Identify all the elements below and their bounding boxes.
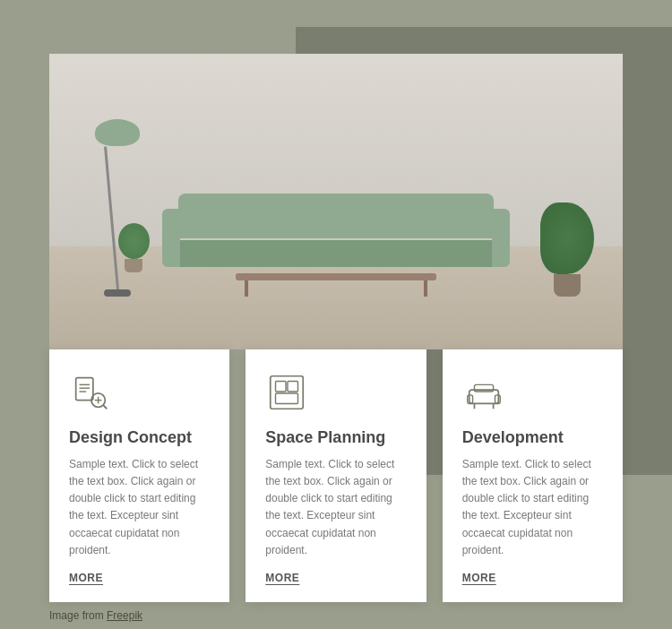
card-1-title: Design Concept [69,428,210,447]
card-1-text: Sample text. Click to select the text bo… [69,456,210,559]
card-1-more[interactable]: MORE [69,572,210,584]
design-icon [69,371,114,416]
cards-section: Design Concept Sample text. Click to sel… [49,349,623,602]
page-wrapper: Design Concept Sample text. Click to sel… [0,0,672,629]
svg-rect-9 [276,381,287,392]
card-development: Development Sample text. Click to select… [443,349,623,602]
card-2-title: Space Planning [265,428,406,447]
svg-rect-0 [76,378,93,401]
plant-small [118,223,150,272]
card-2-text: Sample text. Click to select the text bo… [265,456,406,559]
card-2-more[interactable]: MORE [265,572,406,584]
svg-rect-11 [276,393,298,404]
card-3-title: Development [462,428,603,447]
credit-prefix: Image from [49,609,107,622]
card-design-concept: Design Concept Sample text. Click to sel… [49,349,229,602]
sofa [178,194,494,267]
svg-rect-10 [288,381,298,392]
planning-icon [265,371,310,416]
card-3-more[interactable]: MORE [462,572,603,584]
hero-image [49,54,623,349]
card-space-planning: Space Planning Sample text. Click to sel… [246,349,426,602]
footer-credit: Image from Freepik [49,609,142,622]
svg-line-5 [103,405,107,409]
coffee-table [236,273,436,297]
development-icon [462,371,507,416]
card-3-text: Sample text. Click to select the text bo… [462,456,603,559]
plant-right [540,202,594,297]
credit-link[interactable]: Freepik [107,609,142,622]
